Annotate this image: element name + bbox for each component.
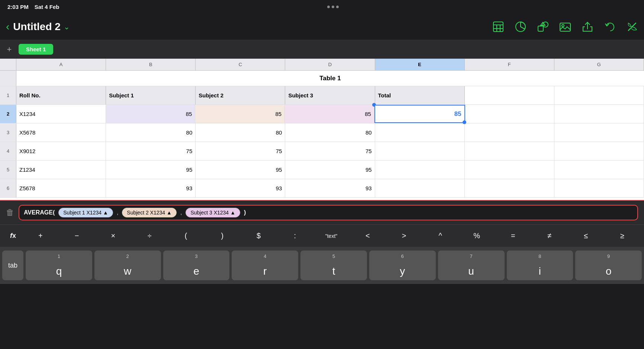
key-q[interactable]: 1 q <box>26 251 92 280</box>
text-key[interactable]: "text" <box>313 227 350 245</box>
cell-d5[interactable]: 95 <box>285 161 375 179</box>
key-w[interactable]: 2 w <box>94 251 161 280</box>
formula-token-subject1[interactable]: Subject 1 X1234 ▲ <box>58 208 113 217</box>
less-equal-key[interactable]: ≤ <box>567 227 604 245</box>
fx-key[interactable]: fx <box>4 227 22 245</box>
status-bar: 2:03 PM Sat 4 Feb <box>0 0 644 13</box>
formula-token-subject2[interactable]: Subject 2 X1234 ▲ <box>122 208 177 217</box>
cell-a2[interactable]: X1234 <box>16 105 106 123</box>
multiply-key[interactable]: × <box>95 227 132 245</box>
title-chevron-icon[interactable]: ⌄ <box>64 22 70 31</box>
table-icon[interactable] <box>492 21 504 33</box>
cell-b6[interactable]: 93 <box>106 179 196 197</box>
cell-a3[interactable]: X5678 <box>16 123 106 142</box>
cell-g2[interactable] <box>554 105 644 123</box>
cell-g1[interactable] <box>554 86 644 104</box>
cell-e1[interactable]: Total <box>375 86 465 104</box>
sheet-tab-1[interactable]: Sheet 1 <box>19 44 53 55</box>
cell-d6[interactable]: 93 <box>285 179 375 197</box>
key-y[interactable]: 6 y <box>369 251 436 280</box>
cell-e6[interactable] <box>375 179 465 197</box>
cell-c4[interactable]: 75 <box>196 142 285 160</box>
media-icon[interactable] <box>559 21 571 33</box>
minus-key[interactable]: − <box>59 227 95 245</box>
cell-e4[interactable] <box>375 142 465 160</box>
col-header-c[interactable]: C <box>196 59 285 70</box>
shapes-icon[interactable] <box>537 21 549 33</box>
add-sheet-button[interactable]: + <box>4 44 15 55</box>
cell-f4[interactable] <box>465 142 554 160</box>
cell-f1[interactable] <box>465 86 554 104</box>
cell-f6[interactable] <box>465 179 554 197</box>
colon-key[interactable]: : <box>277 227 313 245</box>
cell-d2[interactable]: 85 <box>285 105 374 123</box>
col-header-a[interactable]: A <box>16 59 106 70</box>
col-header-g[interactable]: G <box>554 59 644 70</box>
cell-e2[interactable]: 85 <box>374 105 465 123</box>
cell-b2[interactable]: 85 <box>106 105 196 123</box>
col-header-f[interactable]: F <box>465 59 554 70</box>
cell-d3[interactable]: 80 <box>285 123 375 142</box>
spreadsheet: A B C D E F G Table 1 1 Roll No. Subject… <box>0 59 644 200</box>
key-r[interactable]: 4 r <box>232 251 298 280</box>
caret-key[interactable]: ^ <box>422 227 458 245</box>
open-paren-key[interactable]: ( <box>168 227 204 245</box>
cell-g6[interactable] <box>554 179 644 197</box>
col-header-e[interactable]: E <box>375 59 465 70</box>
equals-key[interactable]: = <box>495 227 531 245</box>
greater-than-key[interactable]: > <box>386 227 422 245</box>
formula-separator-2: , <box>180 209 182 216</box>
divide-key[interactable]: ÷ <box>131 227 168 245</box>
tools-icon[interactable] <box>626 21 638 33</box>
cell-c6[interactable]: 93 <box>196 179 285 197</box>
cell-b5[interactable]: 95 <box>106 161 196 179</box>
cell-a5[interactable]: Z1234 <box>16 161 106 179</box>
cell-f3[interactable] <box>465 123 554 142</box>
plus-key[interactable]: + <box>22 227 59 245</box>
key-e[interactable]: 3 e <box>163 251 230 280</box>
cell-b3[interactable]: 80 <box>106 123 196 142</box>
close-paren-key[interactable]: ) <box>204 227 241 245</box>
tab-key[interactable]: tab <box>2 251 23 280</box>
cell-e3[interactable] <box>375 123 465 142</box>
cell-d1[interactable]: Subject 3 <box>285 86 375 104</box>
key-u[interactable]: 7 u <box>438 251 505 280</box>
cell-b1[interactable]: Subject 1 <box>106 86 196 104</box>
svg-point-9 <box>543 22 548 27</box>
cell-c2[interactable]: 85 <box>195 105 285 123</box>
cell-b4[interactable]: 75 <box>106 142 196 160</box>
col-header-b[interactable]: B <box>106 59 196 70</box>
formula-input[interactable]: AVERAGE( Subject 1 X1234 ▲ , Subject 2 X… <box>19 205 638 220</box>
cell-handle-bottom-right[interactable] <box>463 120 466 124</box>
table-row: 6 Z5678 93 93 93 <box>0 179 644 198</box>
greater-equal-key[interactable]: ≥ <box>604 227 640 245</box>
share-icon[interactable] <box>582 21 593 33</box>
key-o[interactable]: 9 o <box>575 251 642 280</box>
key-t[interactable]: 5 t <box>300 251 367 280</box>
not-equals-key[interactable]: ≠ <box>531 227 568 245</box>
back-button[interactable]: ‹ <box>6 21 9 33</box>
less-than-key[interactable]: < <box>350 227 386 245</box>
key-i[interactable]: 8 i <box>507 251 573 280</box>
cell-a4[interactable]: X9012 <box>16 142 106 160</box>
cell-g5[interactable] <box>554 161 644 179</box>
delete-button[interactable]: 🗑 <box>6 208 14 217</box>
percent-key[interactable]: % <box>458 227 495 245</box>
undo-icon[interactable] <box>604 21 616 33</box>
chart-icon[interactable] <box>515 21 527 33</box>
cell-g4[interactable] <box>554 142 644 160</box>
dollar-key[interactable]: $ <box>241 227 277 245</box>
cell-e5[interactable] <box>375 161 465 179</box>
col-header-d[interactable]: D <box>285 59 375 70</box>
status-time: 2:03 PM <box>7 4 29 10</box>
cell-a1[interactable]: Roll No. <box>16 86 106 104</box>
cell-a6[interactable]: Z5678 <box>16 179 106 197</box>
cell-f2[interactable] <box>465 105 555 123</box>
cell-f5[interactable] <box>465 161 554 179</box>
cell-c5[interactable]: 95 <box>196 161 285 179</box>
formula-token-subject3[interactable]: Subject 3 X1234 ▲ <box>186 208 240 217</box>
cell-g3[interactable] <box>554 123 644 142</box>
cell-c1[interactable]: Subject 2 <box>196 86 285 104</box>
cell-c3[interactable]: 80 <box>196 123 285 142</box>
cell-d4[interactable]: 75 <box>285 142 375 160</box>
